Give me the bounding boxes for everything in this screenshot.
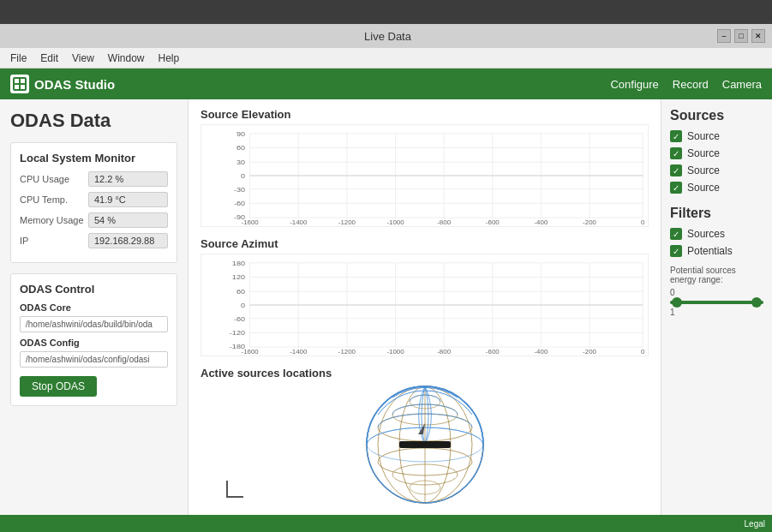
cpu-temp-row: CPU Temp. 41.9 °C [20, 192, 168, 207]
slider-thumb-left[interactable] [672, 297, 682, 308]
menu-bar: File Edit View Window Help [0, 48, 772, 69]
elevation-chart-title: Source Elevation [200, 108, 649, 121]
legal-link[interactable]: Legal [745, 519, 765, 529]
configure-button[interactable]: Configure [610, 78, 658, 91]
odas-control-title: ODAS Control [20, 283, 168, 296]
svg-text:-400: -400 [534, 219, 548, 226]
azimut-chart-svg: 180 120 60 0 -60 -120 -180 -1600 -1400 -… [201, 254, 648, 356]
odas-core-label: ODAS Core [20, 302, 168, 313]
memory-usage-label: Memory Usage [20, 215, 88, 225]
close-button[interactable]: ✕ [751, 29, 765, 43]
svg-text:Sample: Sample [431, 224, 458, 226]
svg-text:-1600: -1600 [242, 349, 259, 356]
header-actions: Configure Record Camera [610, 78, 762, 91]
menu-help[interactable]: Help [152, 48, 187, 69]
svg-text:0: 0 [241, 302, 245, 309]
slider-container[interactable] [670, 301, 763, 304]
svg-text:0: 0 [641, 219, 644, 226]
source-3-checkbox[interactable]: ✓ [670, 164, 682, 176]
menu-view[interactable]: View [65, 48, 101, 69]
system-monitor-section: Local System Monitor CPU Usage 12.2 % CP… [10, 142, 177, 263]
stop-odas-button[interactable]: Stop ODAS [20, 376, 97, 397]
svg-text:90: 90 [236, 129, 245, 137]
left-panel: ODAS Data Local System Monitor CPU Usage… [0, 99, 189, 515]
menu-file[interactable]: File [3, 48, 33, 69]
azimut-chart-container: 180 120 60 0 -60 -120 -180 -1600 -1400 -… [200, 254, 649, 356]
cpu-temp-label: CPU Temp. [20, 194, 88, 205]
svg-text:180: 180 [232, 259, 245, 266]
svg-text:-30: -30 [234, 185, 245, 193]
source-1-checkbox[interactable]: ✓ [670, 130, 682, 142]
odas-config-input[interactable]: /home/ashwini/odas/config/odasi [20, 351, 168, 368]
svg-rect-3 [15, 85, 19, 89]
globe-svg [356, 376, 494, 513]
source-2-row: ✓ Source [670, 147, 763, 159]
elevation-chart-section: Source Elevation [200, 108, 649, 227]
minimize-button[interactable]: – [717, 29, 731, 43]
cpu-usage-label: CPU Usage [20, 174, 88, 184]
azimut-chart-section: Source Azimut [200, 237, 649, 356]
camera-button[interactable]: Camera [722, 78, 762, 91]
svg-text:-60: -60 [234, 200, 245, 207]
svg-rect-2 [21, 79, 25, 83]
status-bar: Legal [0, 515, 772, 532]
filters-title: Filters [670, 206, 763, 221]
slider-labels: 0 [670, 288, 763, 297]
svg-text:-1400: -1400 [290, 349, 307, 356]
source-4-checkbox[interactable]: ✓ [670, 182, 682, 194]
title-bar: Live Data – □ ✕ [0, 24, 772, 48]
left-panel-title: ODAS Data [10, 110, 177, 132]
source-2-checkbox[interactable]: ✓ [670, 147, 682, 159]
ip-value: 192.168.29.88 [88, 233, 168, 248]
cpu-temp-value: 41.9 °C [88, 192, 168, 207]
svg-text:Sample: Sample [431, 354, 458, 356]
ip-label: IP [20, 236, 88, 246]
memory-usage-value: 54 % [88, 212, 168, 228]
svg-text:-200: -200 [583, 349, 596, 356]
svg-text:-1600: -1600 [242, 219, 259, 226]
globe-area [200, 385, 649, 505]
logo-icon [10, 75, 29, 93]
cpu-usage-row: CPU Usage 12.2 % [20, 171, 168, 187]
svg-text:0: 0 [641, 349, 644, 356]
svg-text:-60: -60 [234, 314, 245, 322]
source-2-label: Source [687, 147, 720, 159]
svg-text:-600: -600 [486, 219, 500, 226]
azimut-chart-title: Source Azimut [200, 237, 649, 250]
slider-max-label-row: 1 [670, 308, 763, 317]
svg-text:-1200: -1200 [338, 219, 356, 226]
filter-sources-label: Sources [687, 228, 725, 240]
odas-control-section: ODAS Control ODAS Core /home/ashwini/oda… [10, 273, 177, 406]
corner-indicator [226, 481, 243, 498]
app-name: ODAS Studio [34, 77, 115, 92]
svg-text:-120: -120 [230, 329, 245, 337]
menu-window[interactable]: Window [101, 48, 152, 69]
app-logo: ODAS Studio [10, 75, 115, 93]
filter-potentials-checkbox[interactable]: ✓ [670, 245, 682, 257]
svg-text:120: 120 [232, 273, 245, 281]
ip-row: IP 192.168.29.88 [20, 233, 168, 248]
svg-text:-1400: -1400 [290, 219, 307, 226]
source-1-row: ✓ Source [670, 130, 763, 142]
svg-text:-1000: -1000 [386, 349, 404, 356]
maximize-button[interactable]: □ [734, 29, 748, 43]
slider-thumb-right[interactable] [751, 297, 762, 308]
potential-energy-label: Potential sources energy range: [670, 266, 763, 284]
svg-text:-200: -200 [583, 219, 596, 226]
svg-text:0: 0 [241, 172, 245, 180]
svg-text:-600: -600 [486, 349, 500, 356]
svg-text:60: 60 [236, 144, 245, 152]
filter-sources-checkbox[interactable]: ✓ [670, 228, 682, 240]
active-locations-section: Active sources locations [200, 367, 649, 505]
odas-core-input[interactable]: /home/ashwini/odas/build/bin/oda [20, 316, 168, 332]
menu-edit[interactable]: Edit [33, 48, 65, 69]
elevation-chart-container: 90 60 30 0 -30 -60 -90 -1600 -1400 -1200… [200, 124, 649, 227]
svg-text:-400: -400 [534, 349, 548, 356]
filter-potentials-label: Potentials [687, 245, 733, 257]
source-1-label: Source [687, 130, 720, 142]
record-button[interactable]: Record [673, 78, 709, 91]
slider-track [670, 301, 763, 304]
main-area: ODAS Data Local System Monitor CPU Usage… [0, 99, 772, 515]
window-title: Live Data [58, 30, 717, 43]
svg-rect-4 [21, 85, 25, 89]
